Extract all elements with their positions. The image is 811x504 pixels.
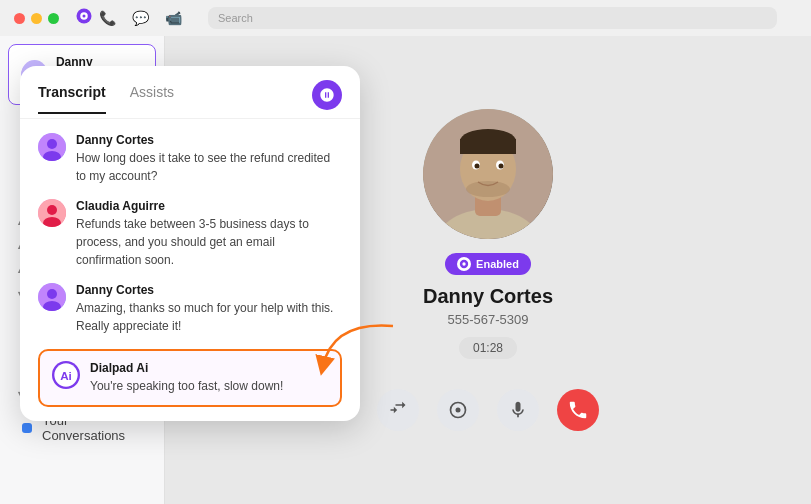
enabled-label: Enabled — [476, 258, 519, 270]
msg-text-2: Refunds take between 3-5 business days t… — [76, 215, 342, 269]
svg-rect-21 — [460, 139, 516, 154]
chat-icon[interactable]: 💬 — [132, 10, 149, 26]
avatar-ai: Ai — [52, 361, 80, 389]
caller-phone: 555-567-5309 — [448, 312, 529, 327]
svg-point-13 — [47, 289, 57, 299]
mute-button[interactable] — [497, 389, 539, 431]
svg-point-25 — [499, 164, 504, 169]
msg-author-3: Danny Cortes — [76, 283, 342, 297]
message-3: Danny Cortes Amazing, thanks so much for… — [38, 283, 342, 335]
app-logo — [75, 7, 93, 29]
settings-button[interactable] — [437, 389, 479, 431]
app-body: Danny Cortes 01:28 ☎ ✉ Inbox ◎ Contacts … — [0, 36, 811, 504]
nav-icons: 📞 💬 📹 — [99, 10, 182, 26]
window-chrome: 📞 💬 📹 Search — [0, 0, 811, 36]
ai-tab-icon[interactable] — [312, 80, 342, 110]
call-duration: 01:28 — [459, 337, 517, 359]
search-placeholder: Search — [218, 12, 253, 24]
transcript-tabs: Transcript Assists — [20, 66, 360, 119]
minimize-button[interactable] — [31, 13, 42, 24]
svg-point-28 — [462, 262, 465, 265]
svg-point-30 — [456, 408, 461, 413]
message-content-1: Danny Cortes How long does it take to se… — [76, 133, 342, 185]
close-button[interactable] — [14, 13, 25, 24]
svg-point-7 — [47, 139, 57, 149]
app-container: 📞 💬 📹 Search — [0, 0, 811, 504]
search-bar[interactable]: Search — [208, 7, 777, 29]
caller-photo — [423, 109, 553, 239]
svg-point-26 — [466, 181, 510, 197]
message-content-3: Danny Cortes Amazing, thanks so much for… — [76, 283, 342, 335]
ai-text: You're speaking too fast, slow down! — [90, 377, 328, 395]
msg-author-2: Claudia Aguirre — [76, 199, 342, 213]
message-content-2: Claudia Aguirre Refunds take between 3-5… — [76, 199, 342, 269]
avatar-danny-1 — [38, 133, 66, 161]
caller-name: Danny Cortes — [423, 285, 553, 308]
transcript-panel: Transcript Assists — [20, 66, 360, 421]
tab-transcript[interactable]: Transcript — [38, 84, 106, 114]
enabled-badge: Enabled — [445, 253, 531, 275]
video-icon[interactable]: 📹 — [165, 10, 182, 26]
main-area: Transcript Assists — [165, 36, 811, 504]
transfer-button[interactable] — [377, 389, 419, 431]
caller-photo-inner — [423, 109, 553, 239]
msg-text-3: Amazing, thanks so much for your help wi… — [76, 299, 342, 335]
maximize-button[interactable] — [48, 13, 59, 24]
call-controls — [377, 389, 599, 431]
message-2: Claudia Aguirre Refunds take between 3-5… — [38, 199, 342, 269]
ai-enabled-icon — [457, 257, 471, 271]
msg-text-1: How long does it take to see the refund … — [76, 149, 342, 185]
phone-icon[interactable]: 📞 — [99, 10, 116, 26]
transcript-messages: Danny Cortes How long does it take to se… — [20, 119, 360, 421]
ai-message-content: Dialpad Ai You're speaking too fast, slo… — [90, 361, 328, 395]
svg-point-10 — [47, 205, 57, 215]
ai-message-box: Ai Dialpad Ai You're speaking too fast, … — [38, 349, 342, 407]
message-1: Danny Cortes How long does it take to se… — [38, 133, 342, 185]
end-call-button[interactable] — [557, 389, 599, 431]
svg-text:Ai: Ai — [60, 369, 72, 382]
avatar-claudia — [38, 199, 66, 227]
tab-assists[interactable]: Assists — [130, 84, 174, 114]
avatar-danny-2 — [38, 283, 66, 311]
msg-author-1: Danny Cortes — [76, 133, 342, 147]
ai-author: Dialpad Ai — [90, 361, 328, 375]
svg-point-24 — [475, 164, 480, 169]
conversations-dot — [22, 423, 32, 433]
svg-point-2 — [83, 15, 86, 18]
